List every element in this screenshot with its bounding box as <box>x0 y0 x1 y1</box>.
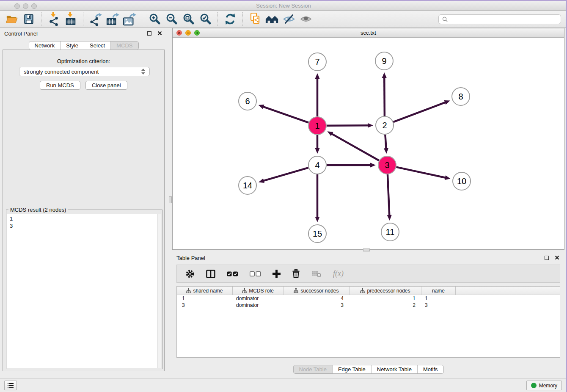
export-image-icon[interactable] <box>121 11 138 27</box>
splitter-handle-horizontal[interactable] <box>363 248 370 251</box>
window-title: Session: New Session <box>0 3 567 9</box>
float-panel-icon[interactable] <box>545 256 549 260</box>
tab-style[interactable]: Style <box>60 41 84 50</box>
column-header-name[interactable]: name <box>421 287 456 295</box>
column-header-shared-name[interactable]: shared name <box>177 287 233 295</box>
open-session-icon[interactable] <box>3 11 20 27</box>
list-icon <box>7 383 14 389</box>
optimization-criterion-select[interactable]: strongly connected component <box>19 67 150 76</box>
tab-network[interactable]: Network <box>29 41 60 50</box>
node-table: shared name MCDS role successor nodes pr… <box>176 286 560 358</box>
cell-name: 1 <box>421 295 456 302</box>
clone-network-icon[interactable] <box>247 11 264 27</box>
import-table-icon[interactable] <box>62 11 79 27</box>
tab-node-table[interactable]: Node Table <box>293 365 332 373</box>
run-mcds-button[interactable]: Run MCDS <box>40 81 80 90</box>
graph-node-14[interactable]: 14 <box>238 176 257 195</box>
network-canvas[interactable]: 7968124314101511 <box>173 38 564 249</box>
zoom-in-icon[interactable] <box>146 11 163 27</box>
search-field[interactable] <box>438 14 561 24</box>
save-session-icon[interactable] <box>20 11 37 27</box>
export-network-icon[interactable] <box>87 11 104 27</box>
graph-node-8[interactable]: 8 <box>451 87 470 106</box>
table-row[interactable]: 3 dominator 3 2 3 <box>177 302 560 309</box>
control-panel-tabs: Network Style Select MCDS <box>28 41 138 50</box>
tab-edge-table[interactable]: Edge Table <box>332 365 371 373</box>
close-panel-icon[interactable] <box>157 31 162 36</box>
select-all-checks-icon[interactable] <box>227 271 238 276</box>
column-header-filler <box>456 287 560 295</box>
column-label: shared name <box>193 288 223 294</box>
column-header-mcds-role[interactable]: MCDS role <box>233 287 284 295</box>
hide-selected-icon[interactable] <box>281 11 297 27</box>
column-visibility-icon[interactable] <box>206 270 215 278</box>
refresh-view-icon[interactable] <box>222 11 239 27</box>
column-label: MCDS role <box>249 288 274 294</box>
tab-network-table[interactable]: Network Table <box>371 365 417 373</box>
table-header-row: shared name MCDS role successor nodes pr… <box>177 287 560 295</box>
graph-node-7[interactable]: 7 <box>308 52 327 71</box>
window-titlebar: Session: New Session <box>0 1 567 11</box>
graph-node-1[interactable]: 1 <box>308 116 327 135</box>
memory-button[interactable]: Memory <box>526 381 562 390</box>
graph-node-3[interactable]: 3 <box>378 156 396 174</box>
mcds-result-textarea[interactable]: 1 3 <box>7 214 161 368</box>
graph-node-9[interactable]: 9 <box>375 52 394 70</box>
graph-node-6[interactable]: 6 <box>238 92 257 110</box>
table-panel-title: Table Panel <box>176 255 205 261</box>
graph-node-10[interactable]: 10 <box>452 172 471 190</box>
import-network-icon[interactable] <box>45 11 62 27</box>
desktop-edge-top <box>0 0 567 1</box>
memory-label: Memory <box>539 383 557 389</box>
show-all-icon[interactable] <box>297 11 314 27</box>
network-window-title: scc.txt <box>173 30 564 36</box>
zoom-out-icon[interactable] <box>163 11 180 27</box>
column-header-predecessor-nodes[interactable]: predecessor nodes <box>350 287 421 295</box>
tab-motifs[interactable]: Motifs <box>417 365 443 373</box>
graph-node-4[interactable]: 4 <box>308 156 327 174</box>
mcds-result-line: 1 <box>7 214 161 222</box>
zoom-fit-icon[interactable] <box>180 11 197 27</box>
add-column-icon[interactable] <box>272 270 281 278</box>
column-label: successor nodes <box>300 288 339 294</box>
tab-select[interactable]: Select <box>84 41 110 50</box>
toolbar-separator <box>83 12 83 26</box>
result-scrollbar[interactable] <box>157 214 161 368</box>
toolbar-separator <box>242 12 243 26</box>
export-table-icon[interactable] <box>104 11 121 27</box>
float-panel-icon[interactable] <box>147 31 151 36</box>
network-window-titlebar[interactable]: scc.txt <box>173 28 564 38</box>
column-label: predecessor nodes <box>367 288 410 294</box>
column-label: name <box>432 288 445 294</box>
toolbar-separator <box>217 12 218 26</box>
deselect-all-checks-icon[interactable] <box>250 271 261 276</box>
close-panel-icon[interactable] <box>555 255 559 260</box>
cell-predecessor-nodes: 2 <box>350 302 421 309</box>
search-input[interactable] <box>450 16 557 22</box>
table-toolbar: f(x) <box>176 265 560 283</box>
cell-mcds-role: dominator <box>233 295 284 302</box>
close-panel-button[interactable]: Close panel <box>85 81 127 90</box>
toolbar-separator <box>142 12 142 26</box>
column-header-successor-nodes[interactable]: successor nodes <box>284 287 350 295</box>
tab-mcds[interactable]: MCDS <box>110 41 138 50</box>
mcds-result-group: MCDS result (2 nodes) 1 3 <box>6 210 162 369</box>
graph-nodes: 7968124314101511 <box>173 38 564 249</box>
graph-node-15[interactable]: 15 <box>308 224 327 243</box>
table-row[interactable]: 1 dominator 4 1 1 <box>177 295 560 302</box>
select-stepper-icon <box>141 69 145 75</box>
splitter-handle-vertical[interactable] <box>169 196 172 203</box>
memory-status-icon <box>531 383 537 388</box>
table-settings-icon[interactable] <box>185 269 195 279</box>
zoom-selected-icon[interactable] <box>197 11 214 27</box>
optimization-criterion-label: Optimization criterion: <box>0 58 167 64</box>
search-icon <box>442 17 448 22</box>
cell-shared-name: 1 <box>177 295 233 302</box>
graph-node-2[interactable]: 2 <box>375 116 394 135</box>
delete-column-icon[interactable] <box>292 269 300 278</box>
mcds-result-line: 3 <box>7 222 161 229</box>
task-history-button[interactable] <box>4 381 17 390</box>
main-toolbar <box>0 11 567 28</box>
home-layout-icon[interactable] <box>264 11 281 27</box>
graph-node-11[interactable]: 11 <box>381 223 399 241</box>
